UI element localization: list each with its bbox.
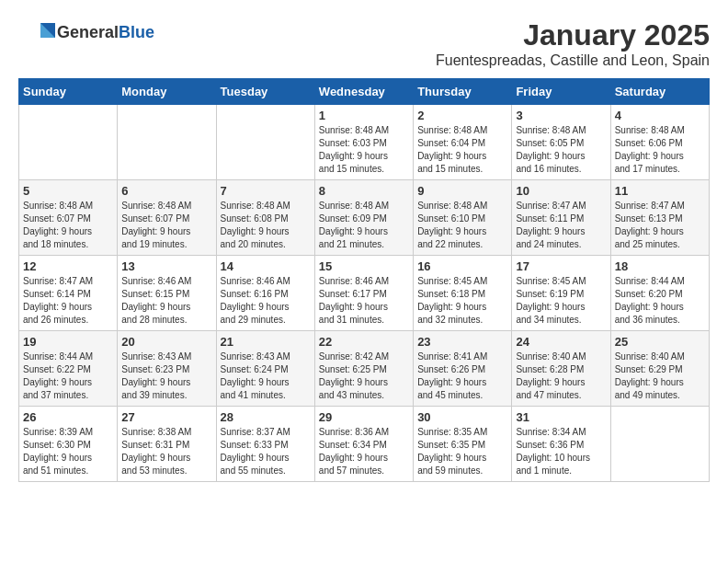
day-info: Sunrise: 8:45 AM Sunset: 6:18 PM Dayligh…	[417, 275, 507, 327]
table-row	[118, 105, 216, 180]
location-title: Fuentespreadas, Castille and Leon, Spain	[436, 52, 710, 69]
day-info: Sunrise: 8:43 AM Sunset: 6:23 PM Dayligh…	[121, 350, 211, 402]
day-info: Sunrise: 8:40 AM Sunset: 6:28 PM Dayligh…	[516, 350, 606, 402]
day-number: 6	[121, 184, 211, 198]
table-row: 5Sunrise: 8:48 AM Sunset: 6:07 PM Daylig…	[19, 180, 118, 256]
table-row: 1Sunrise: 8:48 AM Sunset: 6:03 PM Daylig…	[314, 105, 413, 180]
title-area: January 2025 Fuentespreadas, Castille an…	[436, 18, 710, 69]
logo-blue: Blue	[119, 23, 154, 41]
day-info: Sunrise: 8:39 AM Sunset: 6:30 PM Dayligh…	[23, 426, 113, 477]
day-number: 25	[615, 335, 705, 349]
day-info: Sunrise: 8:44 AM Sunset: 6:22 PM Dayligh…	[23, 350, 113, 402]
day-info: Sunrise: 8:48 AM Sunset: 6:08 PM Dayligh…	[221, 200, 311, 251]
table-row: 10Sunrise: 8:47 AM Sunset: 6:11 PM Dayli…	[512, 180, 610, 256]
day-number: 11	[615, 184, 705, 198]
day-number: 12	[23, 259, 113, 273]
day-number: 20	[121, 335, 211, 349]
table-row: 7Sunrise: 8:48 AM Sunset: 6:08 PM Daylig…	[216, 180, 314, 256]
day-number: 4	[615, 109, 705, 122]
day-info: Sunrise: 8:34 AM Sunset: 6:36 PM Dayligh…	[516, 426, 606, 477]
day-info: Sunrise: 8:35 AM Sunset: 6:35 PM Dayligh…	[417, 426, 507, 477]
table-row: 24Sunrise: 8:40 AM Sunset: 6:28 PM Dayli…	[512, 331, 610, 407]
day-info: Sunrise: 8:46 AM Sunset: 6:16 PM Dayligh…	[221, 275, 311, 327]
day-number: 1	[319, 109, 409, 122]
day-info: Sunrise: 8:46 AM Sunset: 6:15 PM Dayligh…	[121, 275, 211, 327]
day-number: 14	[221, 259, 311, 273]
header-saturday: Saturday	[610, 79, 709, 105]
table-row: 15Sunrise: 8:46 AM Sunset: 6:17 PM Dayli…	[314, 256, 413, 331]
table-row	[216, 105, 314, 180]
table-row: 12Sunrise: 8:47 AM Sunset: 6:14 PM Dayli…	[19, 256, 118, 331]
day-info: Sunrise: 8:48 AM Sunset: 6:06 PM Dayligh…	[615, 124, 705, 176]
table-row: 14Sunrise: 8:46 AM Sunset: 6:16 PM Dayli…	[216, 256, 314, 331]
day-number: 3	[516, 109, 606, 122]
calendar-week-row: 26Sunrise: 8:39 AM Sunset: 6:30 PM Dayli…	[19, 407, 710, 482]
calendar-header-row: Sunday Monday Tuesday Wednesday Thursday…	[19, 79, 710, 105]
day-info: Sunrise: 8:40 AM Sunset: 6:29 PM Dayligh…	[615, 350, 705, 402]
day-info: Sunrise: 8:37 AM Sunset: 6:33 PM Dayligh…	[221, 426, 311, 477]
day-info: Sunrise: 8:46 AM Sunset: 6:17 PM Dayligh…	[319, 275, 409, 327]
day-number: 24	[516, 335, 606, 349]
day-number: 27	[121, 410, 211, 424]
day-number: 22	[319, 335, 409, 349]
calendar-week-row: 5Sunrise: 8:48 AM Sunset: 6:07 PM Daylig…	[19, 180, 710, 256]
day-info: Sunrise: 8:48 AM Sunset: 6:07 PM Dayligh…	[23, 200, 113, 251]
calendar-week-row: 12Sunrise: 8:47 AM Sunset: 6:14 PM Dayli…	[19, 256, 710, 331]
day-info: Sunrise: 8:48 AM Sunset: 6:07 PM Dayligh…	[121, 200, 211, 251]
day-number: 26	[23, 410, 113, 424]
header-wednesday: Wednesday	[314, 79, 413, 105]
day-number: 5	[23, 184, 113, 198]
table-row: 9Sunrise: 8:48 AM Sunset: 6:10 PM Daylig…	[414, 180, 512, 256]
calendar-table: Sunday Monday Tuesday Wednesday Thursday…	[18, 78, 710, 482]
header-sunday: Sunday	[19, 79, 118, 105]
day-info: Sunrise: 8:48 AM Sunset: 6:10 PM Dayligh…	[417, 200, 507, 251]
day-number: 15	[319, 259, 409, 273]
table-row: 2Sunrise: 8:48 AM Sunset: 6:04 PM Daylig…	[414, 105, 512, 180]
header-friday: Friday	[512, 79, 610, 105]
page-header: GeneralBlue January 2025 Fuentespreadas,…	[18, 18, 710, 69]
logo-general: General	[57, 23, 119, 41]
day-info: Sunrise: 8:42 AM Sunset: 6:25 PM Dayligh…	[319, 350, 409, 402]
table-row: 29Sunrise: 8:36 AM Sunset: 6:34 PM Dayli…	[314, 407, 413, 482]
table-row: 26Sunrise: 8:39 AM Sunset: 6:30 PM Dayli…	[19, 407, 118, 482]
table-row: 3Sunrise: 8:48 AM Sunset: 6:05 PM Daylig…	[512, 105, 610, 180]
calendar-week-row: 19Sunrise: 8:44 AM Sunset: 6:22 PM Dayli…	[19, 331, 710, 407]
table-row: 18Sunrise: 8:44 AM Sunset: 6:20 PM Dayli…	[610, 256, 709, 331]
day-number: 17	[516, 259, 606, 273]
day-number: 2	[417, 109, 507, 122]
day-number: 30	[417, 410, 507, 424]
day-info: Sunrise: 8:43 AM Sunset: 6:24 PM Dayligh…	[221, 350, 311, 402]
table-row: 27Sunrise: 8:38 AM Sunset: 6:31 PM Dayli…	[118, 407, 216, 482]
day-info: Sunrise: 8:47 AM Sunset: 6:13 PM Dayligh…	[615, 200, 705, 251]
table-row	[610, 407, 709, 482]
day-info: Sunrise: 8:48 AM Sunset: 6:09 PM Dayligh…	[319, 200, 409, 251]
logo: GeneralBlue	[18, 18, 154, 46]
logo-icon	[18, 18, 55, 46]
table-row: 31Sunrise: 8:34 AM Sunset: 6:36 PM Dayli…	[512, 407, 610, 482]
table-row: 4Sunrise: 8:48 AM Sunset: 6:06 PM Daylig…	[610, 105, 709, 180]
table-row: 6Sunrise: 8:48 AM Sunset: 6:07 PM Daylig…	[118, 180, 216, 256]
table-row: 17Sunrise: 8:45 AM Sunset: 6:19 PM Dayli…	[512, 256, 610, 331]
table-row: 28Sunrise: 8:37 AM Sunset: 6:33 PM Dayli…	[216, 407, 314, 482]
table-row: 30Sunrise: 8:35 AM Sunset: 6:35 PM Dayli…	[414, 407, 512, 482]
header-monday: Monday	[118, 79, 216, 105]
calendar-week-row: 1Sunrise: 8:48 AM Sunset: 6:03 PM Daylig…	[19, 105, 710, 180]
table-row: 19Sunrise: 8:44 AM Sunset: 6:22 PM Dayli…	[19, 331, 118, 407]
day-number: 19	[23, 335, 113, 349]
day-number: 10	[516, 184, 606, 198]
table-row: 20Sunrise: 8:43 AM Sunset: 6:23 PM Dayli…	[118, 331, 216, 407]
day-info: Sunrise: 8:47 AM Sunset: 6:14 PM Dayligh…	[23, 275, 113, 327]
table-row: 22Sunrise: 8:42 AM Sunset: 6:25 PM Dayli…	[314, 331, 413, 407]
day-number: 8	[319, 184, 409, 198]
day-number: 23	[417, 335, 507, 349]
month-title: January 2025	[436, 18, 710, 52]
table-row: 11Sunrise: 8:47 AM Sunset: 6:13 PM Dayli…	[610, 180, 709, 256]
day-info: Sunrise: 8:44 AM Sunset: 6:20 PM Dayligh…	[615, 275, 705, 327]
day-number: 9	[417, 184, 507, 198]
table-row: 13Sunrise: 8:46 AM Sunset: 6:15 PM Dayli…	[118, 256, 216, 331]
day-info: Sunrise: 8:38 AM Sunset: 6:31 PM Dayligh…	[121, 426, 211, 477]
day-info: Sunrise: 8:47 AM Sunset: 6:11 PM Dayligh…	[516, 200, 606, 251]
day-number: 29	[319, 410, 409, 424]
day-info: Sunrise: 8:48 AM Sunset: 6:03 PM Dayligh…	[319, 124, 409, 176]
header-thursday: Thursday	[414, 79, 512, 105]
